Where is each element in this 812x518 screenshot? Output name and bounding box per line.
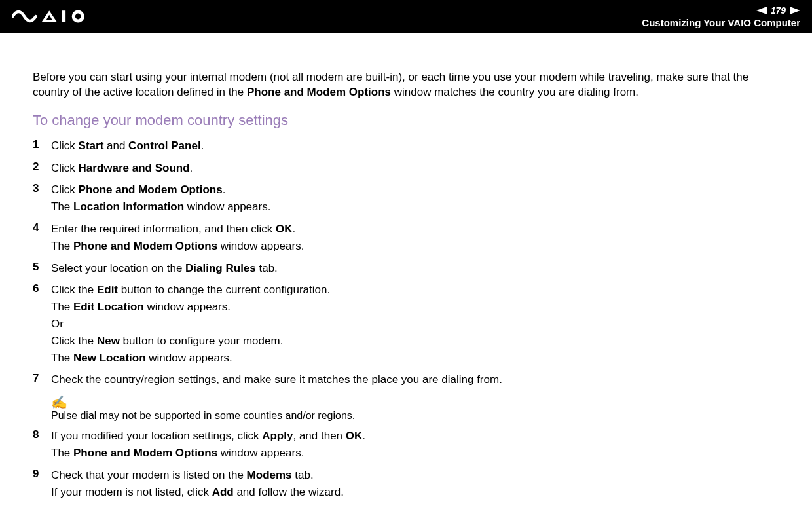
step-text: .	[293, 223, 296, 235]
step-8: 8 If you modified your location settings…	[33, 428, 779, 462]
svg-point-2	[75, 14, 81, 20]
page-number: 179	[769, 5, 787, 16]
step-text: If your modem is not listed, click	[51, 486, 212, 498]
step-text: and follow the wizard.	[234, 486, 344, 498]
step-6: 6 Click the Edit button to change the cu…	[33, 282, 779, 367]
step-bold: Phone and Modem Options	[79, 183, 223, 196]
step-text: The	[51, 352, 73, 364]
step-text: tab.	[292, 469, 314, 481]
step-number: 2	[33, 160, 51, 174]
section-heading: To change your modem country settings	[33, 112, 779, 129]
step-bold: OK	[276, 223, 293, 235]
step-text: and	[103, 139, 128, 152]
step-body: Check that your modem is listed on the M…	[51, 468, 779, 502]
step-text: The	[51, 447, 73, 459]
step-text: .	[190, 162, 193, 174]
step-text: The	[51, 301, 73, 313]
page-content: Before you can start using your internal…	[0, 33, 812, 518]
step-body: Enter the required information, and then…	[51, 221, 779, 255]
step-text: If you modified your location settings, …	[51, 430, 262, 442]
step-bold: Add	[212, 486, 234, 498]
step-2: 2 Click Hardware and Sound.	[33, 160, 779, 177]
step-text: Or	[51, 318, 64, 330]
step-bold: Modems	[247, 469, 292, 481]
step-text: Check that your modem is listed on the	[51, 469, 247, 481]
step-text: .	[201, 139, 204, 152]
step-number: 9	[33, 468, 51, 481]
step-text: The	[51, 240, 73, 252]
step-bold: Phone and Modem Options	[73, 447, 217, 459]
step-text: Click	[51, 183, 79, 196]
step-text: The	[51, 200, 73, 213]
header-right: 179 Customizing Your VAIO Computer	[642, 5, 800, 28]
step-text: tab.	[256, 262, 278, 274]
vaio-logo	[12, 9, 117, 24]
step-bold: Edit Location	[73, 301, 144, 313]
step-number: 3	[33, 182, 51, 195]
step-bold: Control Panel	[128, 139, 201, 152]
step-body: Click Start and Control Panel.	[51, 138, 779, 155]
step-text: Check the country/region settings, and m…	[51, 373, 502, 386]
step-text: Click	[51, 139, 79, 152]
step-number: 7	[33, 372, 51, 385]
step-text: .	[362, 430, 365, 442]
step-body: Click the Edit button to change the curr…	[51, 282, 779, 367]
step-text: Enter the required information, and then…	[51, 223, 276, 235]
intro-paragraph: Before you can start using your internal…	[33, 70, 779, 100]
step-text: window appears.	[144, 301, 231, 313]
step-4: 4 Enter the required information, and th…	[33, 221, 779, 255]
step-3: 3 Click Phone and Modem Options. The Loc…	[33, 182, 779, 216]
svg-rect-0	[62, 10, 65, 22]
step-body: If you modified your location settings, …	[51, 428, 779, 462]
step-number: 6	[33, 282, 51, 295]
step-number: 5	[33, 261, 51, 274]
step-bold: Location Information	[73, 200, 184, 213]
header-subtitle: Customizing Your VAIO Computer	[642, 17, 800, 28]
step-7: 7 Check the country/region settings, and…	[33, 372, 779, 389]
step-text: Click the	[51, 335, 97, 347]
step-1: 1 Click Start and Control Panel.	[33, 138, 779, 155]
step-body: Check the country/region settings, and m…	[51, 372, 779, 389]
step-body: Click Hardware and Sound.	[51, 160, 779, 177]
note-text: Pulse dial may not be supported in some …	[51, 410, 779, 422]
step-text: .	[223, 183, 226, 196]
step-text: window appears.	[184, 200, 270, 213]
note-icon: ✍	[51, 396, 779, 409]
prev-page-arrow-icon[interactable]	[756, 7, 767, 14]
step-text: button to change the current configurati…	[118, 284, 330, 296]
intro-text-2: window matches the country you are diali…	[391, 86, 638, 98]
note-block: ✍ Pulse dial may not be supported in som…	[51, 396, 779, 422]
step-body: Click Phone and Modem Options. The Locat…	[51, 182, 779, 216]
step-text: window appears.	[217, 240, 304, 252]
next-page-arrow-icon[interactable]	[790, 7, 800, 14]
page-header: 179 Customizing Your VAIO Computer	[0, 0, 812, 33]
step-5: 5 Select your location on the Dialing Ru…	[33, 261, 779, 278]
step-number: 8	[33, 428, 51, 441]
step-bold: Dialing Rules	[185, 262, 256, 274]
step-text: , and then	[293, 430, 345, 442]
step-bold: Edit	[97, 284, 118, 296]
page-navigation: 179	[756, 5, 800, 16]
step-9: 9 Check that your modem is listed on the…	[33, 468, 779, 502]
step-number: 1	[33, 138, 51, 151]
step-bold: New Location	[73, 352, 146, 364]
step-text: Select your location on the	[51, 262, 185, 274]
intro-bold-1: Phone and Modem Options	[247, 86, 391, 98]
step-bold: Hardware and Sound	[79, 162, 190, 174]
steps-list: 1 Click Start and Control Panel. 2 Click…	[33, 138, 779, 502]
step-bold: New	[97, 335, 120, 347]
step-text: Click the	[51, 284, 97, 296]
step-body: Select your location on the Dialing Rule…	[51, 261, 779, 278]
step-text: button to configure your modem.	[120, 335, 283, 347]
step-text: Click	[51, 162, 79, 174]
vaio-logo-svg	[12, 9, 117, 24]
step-text: window appears.	[217, 447, 304, 459]
step-number: 4	[33, 221, 51, 234]
step-text: window appears.	[146, 352, 232, 364]
step-bold: Phone and Modem Options	[73, 240, 217, 252]
step-bold: Apply	[262, 430, 293, 442]
step-bold: Start	[79, 139, 104, 152]
step-bold: OK	[346, 430, 363, 442]
